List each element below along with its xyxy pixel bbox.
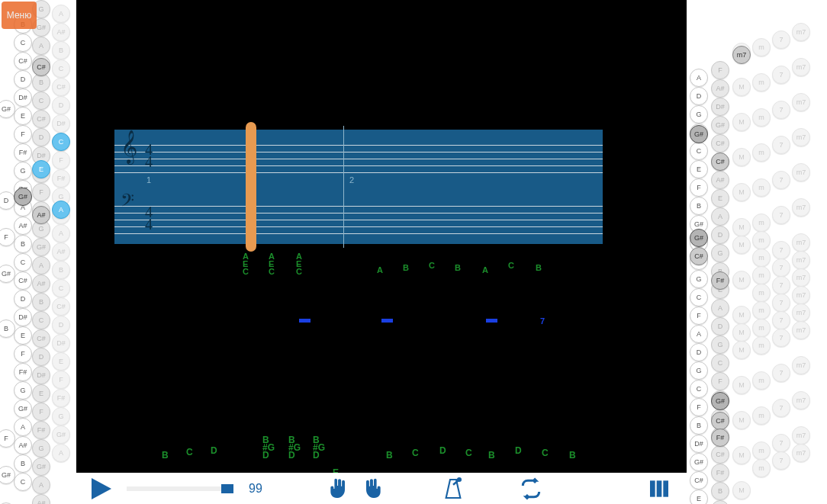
accordion-button[interactable]: M <box>732 323 751 342</box>
accordion-button[interactable]: C# <box>52 78 70 96</box>
accordion-button[interactable]: B <box>690 416 708 435</box>
accordion-button[interactable]: D# <box>14 308 32 326</box>
accordion-button[interactable]: C <box>690 380 708 398</box>
accordion-button[interactable]: E <box>690 160 708 178</box>
accordion-button[interactable]: 7 <box>772 206 790 224</box>
accordion-button[interactable]: G# <box>690 125 708 143</box>
accordion-button[interactable]: F <box>690 178 708 197</box>
accordion-button[interactable]: D# <box>711 98 729 116</box>
accordion-button[interactable]: C <box>14 34 32 52</box>
accordion-button[interactable]: m <box>752 108 771 127</box>
accordion-button[interactable]: F# <box>711 271 729 290</box>
accordion-button[interactable]: M <box>732 218 751 236</box>
accordion-button[interactable]: F# <box>52 169 70 188</box>
accordion-button[interactable]: A <box>52 5 70 23</box>
accordion-button[interactable]: G <box>52 407 70 425</box>
accordion-button[interactable]: A <box>52 201 70 219</box>
accordion-button[interactable]: C <box>52 133 70 151</box>
accordion-button[interactable]: m <box>752 266 771 284</box>
accordion-button[interactable]: M <box>732 271 751 289</box>
accordion-button[interactable]: B <box>14 454 32 473</box>
accordion-button[interactable]: 7 <box>772 329 790 347</box>
score-area[interactable]: 𝄞 𝄢 44 44 1 2 AECAECAECABCBACB7BCDB#GDB#… <box>76 0 687 473</box>
accordion-button[interactable]: C <box>32 91 50 110</box>
accordion-button[interactable]: C# <box>52 297 70 316</box>
accordion-button[interactable]: A# <box>52 242 70 261</box>
accordion-button[interactable]: D <box>32 128 50 146</box>
accordion-button[interactable]: F <box>14 125 32 143</box>
accordion-button[interactable]: E <box>14 326 32 345</box>
accordion-button[interactable]: m7 <box>792 58 810 76</box>
accordion-button[interactable]: F# <box>14 143 32 162</box>
accordion-button[interactable]: M <box>732 113 751 131</box>
accordion-button[interactable]: 7 <box>772 434 790 452</box>
accordion-button[interactable]: A <box>14 418 32 436</box>
accordion-button[interactable]: 7 <box>772 171 790 189</box>
accordion-button[interactable]: B <box>52 261 70 279</box>
accordion-button[interactable]: C <box>52 279 70 297</box>
accordion-button[interactable]: m7 <box>792 128 810 146</box>
accordion-button[interactable]: m7 <box>792 303 810 322</box>
accordion-button[interactable]: G <box>690 361 708 380</box>
accordion-button[interactable]: G# <box>690 229 708 247</box>
accordion-button[interactable]: F <box>52 151 70 169</box>
accordion-button[interactable]: m <box>752 231 771 249</box>
accordion-button[interactable]: G <box>32 439 50 457</box>
accordion-button[interactable]: 7 <box>772 311 790 329</box>
accordion-button[interactable]: F <box>711 61 729 79</box>
accordion-button[interactable]: F <box>0 228 15 246</box>
accordion-button[interactable]: C# <box>711 412 729 430</box>
accordion-button[interactable]: C# <box>711 152 729 171</box>
accordion-button[interactable]: m7 <box>792 444 810 462</box>
accordion-button[interactable]: C# <box>32 110 50 128</box>
accordion-button[interactable]: F <box>32 403 50 421</box>
accordion-button[interactable]: m <box>752 143 771 162</box>
accordion-button[interactable]: 7 <box>772 30 790 49</box>
accordion-button[interactable]: m7 <box>792 356 810 374</box>
accordion-button[interactable]: A <box>32 37 50 55</box>
accordion-button[interactable]: 7 <box>772 364 790 382</box>
accordion-button[interactable]: m <box>752 371 771 390</box>
accordion-button[interactable]: C# <box>32 58 50 76</box>
accordion-button[interactable]: E <box>32 384 50 403</box>
accordion-button[interactable]: D <box>14 290 32 308</box>
accordion-button[interactable]: D <box>52 316 70 334</box>
accordion-button[interactable]: A# <box>32 274 50 293</box>
accordion-button[interactable]: G# <box>690 453 708 471</box>
accordion-button[interactable]: m7 <box>792 286 810 304</box>
accordion-button[interactable]: G <box>14 162 32 180</box>
accordion-button[interactable]: G <box>690 270 708 288</box>
accordion-button[interactable]: m7 <box>792 391 810 409</box>
accordion-button[interactable]: 7 <box>772 276 790 294</box>
accordion-button[interactable]: F# <box>711 464 729 482</box>
play-button[interactable] <box>92 478 111 499</box>
accordion-button[interactable]: G# <box>32 238 50 256</box>
accordion-button[interactable]: 7 <box>772 294 790 312</box>
accordion-button[interactable]: m7 <box>792 163 810 181</box>
menu-button[interactable]: Меню <box>2 2 37 29</box>
accordion-button[interactable]: m7 <box>792 251 810 269</box>
accordion-button[interactable]: m7 <box>792 23 810 41</box>
accordion-button[interactable]: B <box>690 197 708 215</box>
accordion-button[interactable]: 7 <box>772 136 790 154</box>
loop-toggle[interactable] <box>519 477 543 501</box>
accordion-button[interactable]: m <box>752 441 771 460</box>
accordion-button[interactable]: G# <box>32 457 50 476</box>
accordion-button[interactable]: A# <box>14 436 32 454</box>
accordion-button[interactable]: G# <box>711 392 729 410</box>
accordion-button[interactable]: E <box>711 189 729 207</box>
accordion-button[interactable]: G <box>711 244 729 262</box>
accordion-button[interactable]: m <box>752 406 771 425</box>
accordion-button[interactable]: 7 <box>772 101 790 119</box>
accordion-button[interactable]: B <box>711 482 729 500</box>
accordion-button[interactable]: m7 <box>792 426 810 445</box>
accordion-button[interactable]: F# <box>14 363 32 381</box>
accordion-button[interactable]: D <box>690 343 708 361</box>
accordion-button[interactable]: m <box>752 284 771 302</box>
accordion-button[interactable]: m <box>752 73 771 91</box>
accordion-button[interactable]: 7 <box>772 66 790 84</box>
accordion-button[interactable]: m <box>752 459 771 477</box>
accordion-button[interactable]: C# <box>14 271 32 290</box>
accordion-button[interactable]: F# <box>32 421 50 439</box>
accordion-button[interactable]: G# <box>14 400 32 418</box>
